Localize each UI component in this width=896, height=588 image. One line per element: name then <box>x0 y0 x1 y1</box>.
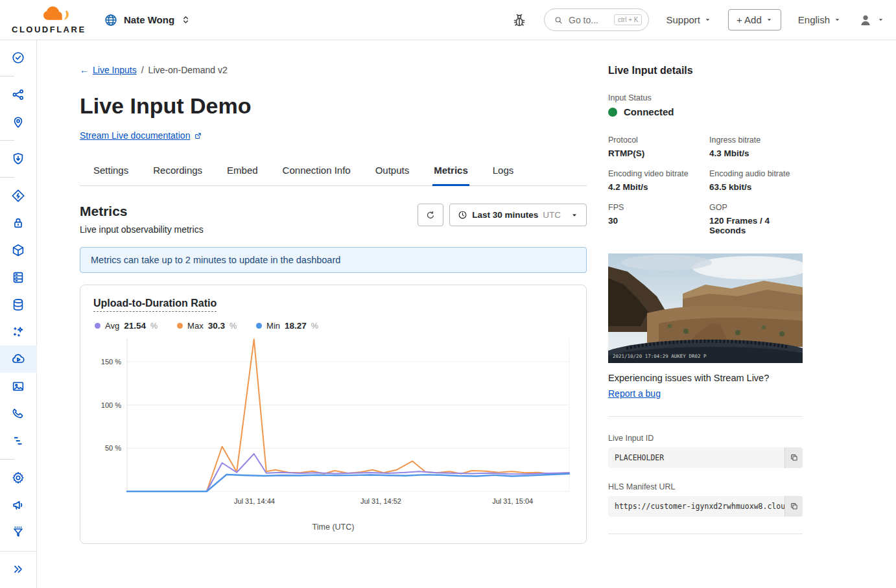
cloudflare-logo[interactable]: CLOUDFLARE <box>12 4 84 36</box>
caret-down-icon <box>766 16 773 23</box>
hls-manifest-url-field: https://customer-igynxd2rwhmuoxw8.cloudf <box>608 496 803 517</box>
live-preview-video[interactable]: 2021/10/20 17:04:29 AUKEY DR02 P <box>608 253 803 363</box>
icon-sidebar <box>0 40 37 588</box>
page-title: Live Input Demo <box>80 93 587 119</box>
tab-outputs[interactable]: Outputs <box>374 158 411 186</box>
hls-manifest-url-label: HLS Manifest URL <box>608 482 803 491</box>
caret-down-icon <box>877 16 884 23</box>
caret-down-icon <box>704 16 711 23</box>
zap-diamond-icon <box>11 189 25 203</box>
live-input-details-panel: Live Input details Input Status Connecte… <box>608 65 803 588</box>
lock-icon <box>11 216 25 230</box>
sidebar-item-clock-check[interactable] <box>0 44 37 71</box>
external-link-icon <box>194 132 202 140</box>
sidebar-item-database[interactable] <box>0 291 37 318</box>
sidebar-item-cube[interactable] <box>0 237 37 264</box>
refresh-icon <box>425 210 436 220</box>
tab-metrics[interactable]: Metrics <box>432 158 469 186</box>
video-timestamp-overlay: 2021/10/20 17:04:29 AUKEY DR02 P <box>613 353 707 359</box>
tab-settings[interactable]: Settings <box>92 158 130 186</box>
tab-connection-info[interactable]: Connection Info <box>281 158 352 186</box>
chevrons-right-icon <box>11 562 25 576</box>
legend-dot-icon <box>95 323 100 329</box>
breadcrumb: ← Live Inputs / Live-on-Demand v2 <box>80 65 587 75</box>
sidebar-item-zap-diamond[interactable] <box>0 182 37 209</box>
clock-check-icon <box>11 51 25 65</box>
back-arrow-icon: ← <box>80 65 89 75</box>
legend-dot-icon <box>256 323 262 329</box>
sidebar-item-server-stack[interactable] <box>0 264 37 291</box>
support-menu[interactable]: Support <box>666 14 711 25</box>
sidebar-item-stream-cloud-play[interactable] <box>0 346 37 373</box>
input-status-label: Input Status <box>608 93 803 102</box>
tab-logs[interactable]: Logs <box>491 158 515 186</box>
caret-down-icon <box>834 16 841 23</box>
global-search[interactable]: ctrl + K <box>544 8 649 31</box>
time-range-selector[interactable]: Last 30 minutes UTC <box>449 204 587 226</box>
caret-down-icon <box>571 211 578 219</box>
megaphone-icon <box>11 498 25 512</box>
bug-report-button[interactable] <box>512 12 527 28</box>
share-nodes-icon <box>11 88 25 102</box>
metrics-subheading: Live input observability metrics <box>80 224 204 235</box>
detail-field-gop: GOP120 Frames / 4 Seconds <box>709 203 803 235</box>
language-menu[interactable]: English <box>798 14 841 25</box>
sidebar-item-funnel[interactable] <box>0 519 37 546</box>
gear-icon <box>11 471 25 485</box>
tab-recordings[interactable]: Recordings <box>152 158 204 186</box>
stream-docs-link[interactable]: Stream Live documentation <box>80 130 202 141</box>
legend-min[interactable]: Min18.27% <box>256 321 318 331</box>
breadcrumb-current: Live-on-Demand v2 <box>148 65 228 75</box>
metrics-heading: Metrics <box>80 204 204 219</box>
breadcrumb-back-link[interactable]: ← Live Inputs <box>80 65 137 75</box>
input-status: Connected <box>608 106 803 117</box>
sidebar-item-shield-arrow[interactable] <box>0 145 37 172</box>
person-icon <box>858 12 873 28</box>
status-dot-icon <box>608 108 617 117</box>
chart-legend: Avg21.54%Max30.3%Min18.27% <box>95 321 573 331</box>
copy-hls-url-button[interactable] <box>784 496 803 517</box>
funnel-icon <box>11 525 25 539</box>
sidebar-item-ai-sparkles[interactable] <box>0 318 37 346</box>
live-input-id-field: PLACEHOLDER <box>608 447 803 468</box>
divider <box>608 416 803 417</box>
sidebar-expand-button[interactable] <box>11 562 25 576</box>
svg-text:Jul 31, 15:04: Jul 31, 15:04 <box>492 497 533 505</box>
app-header: CLOUDFLARE Nate Wong ctrl + K Support + … <box>0 0 896 40</box>
sidebar-item-phone[interactable] <box>0 400 37 427</box>
sidebar-item-map-pin[interactable] <box>0 108 37 135</box>
sidebar-item-gear[interactable] <box>0 464 37 491</box>
report-bug-link[interactable]: Report a bug <box>608 388 661 399</box>
sidebar-item-share-nodes[interactable] <box>0 81 37 108</box>
account-switcher[interactable]: Nate Wong <box>104 13 191 27</box>
legend-avg[interactable]: Avg21.54% <box>95 321 158 331</box>
search-icon <box>554 15 563 25</box>
search-input[interactable] <box>569 15 609 25</box>
sidebar-item-megaphone[interactable] <box>0 491 37 519</box>
copy-live-input-id-button[interactable] <box>784 447 803 468</box>
shield-arrow-icon <box>11 152 25 166</box>
metrics-info-banner: Metrics can take up to 2 minutes to upda… <box>80 247 587 273</box>
refresh-button[interactable] <box>418 204 443 226</box>
video-frame: 2021/10/20 17:04:29 AUKEY DR02 P <box>608 253 803 363</box>
sidebar-item-images[interactable] <box>0 373 37 400</box>
bug-icon <box>512 12 527 28</box>
add-menu-button[interactable]: + Add <box>728 9 781 30</box>
chart-x-axis-label: Time (UTC) <box>93 520 573 535</box>
ai-sparkles-icon <box>11 325 25 339</box>
task-bars-icon <box>11 434 25 448</box>
chart-title[interactable]: Upload-to-Duration Ratio <box>93 298 217 312</box>
clock-icon <box>458 210 467 220</box>
sidebar-item-task-bars[interactable] <box>0 427 37 454</box>
stream-cloud-play-icon <box>11 352 25 366</box>
detail-field-encoding-audio-bitrate: Encoding audio bitrate63.5 kbit/s <box>709 169 803 192</box>
svg-text:Jul 31, 14:44: Jul 31, 14:44 <box>234 497 275 505</box>
sidebar-item-lock[interactable] <box>0 209 37 237</box>
user-menu[interactable] <box>858 12 884 28</box>
legend-max[interactable]: Max30.3% <box>177 321 237 331</box>
tab-embed[interactable]: Embed <box>226 158 259 186</box>
svg-text:150 %: 150 % <box>101 358 121 366</box>
detail-field-protocol: ProtocolRTMP(S) <box>608 135 701 158</box>
account-name: Nate Wong <box>124 14 174 25</box>
sidebar-divider <box>0 76 14 76</box>
